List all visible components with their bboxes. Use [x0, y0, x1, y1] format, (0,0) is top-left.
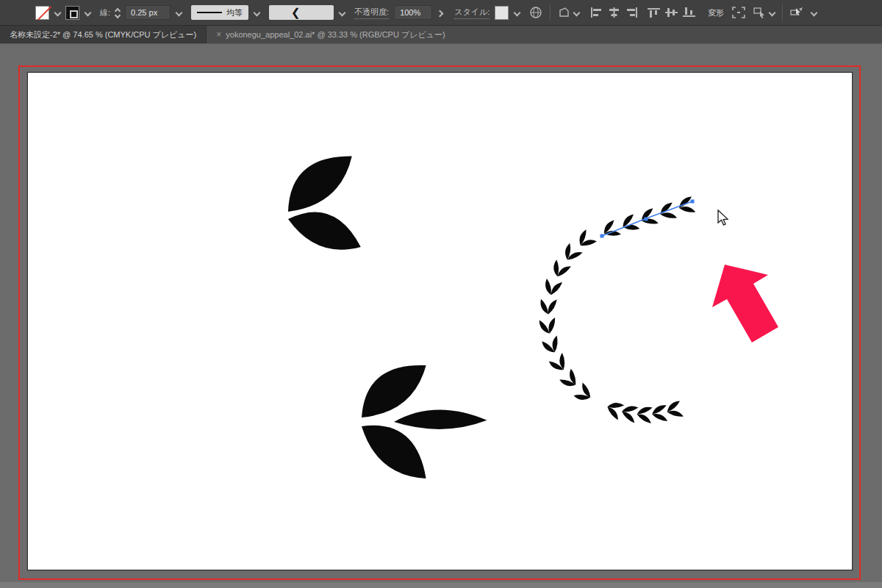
- color-wheel-icon[interactable]: [529, 6, 542, 19]
- chevron-down-icon[interactable]: [85, 10, 90, 15]
- selection-bounds-icon[interactable]: [732, 7, 745, 18]
- opacity-field[interactable]: 100%: [394, 5, 432, 20]
- brush-definition-select[interactable]: ❮: [269, 5, 334, 20]
- window-bottom-edge: [0, 582, 882, 588]
- stroke-label: 線:: [100, 7, 110, 18]
- chevron-down-icon[interactable]: [573, 10, 579, 15]
- canvas-workspace[interactable]: [0, 44, 882, 588]
- chevron-down-icon[interactable]: [769, 10, 775, 15]
- align-vertical-center-icon[interactable]: [665, 7, 678, 18]
- stroke-width-field[interactable]: 0.25 px: [125, 5, 171, 20]
- artwork-layer: [0, 44, 882, 588]
- chevron-down-icon[interactable]: [811, 10, 817, 15]
- stroke-color-swatch[interactable]: [65, 6, 79, 20]
- select-similar-icon[interactable]: [753, 7, 775, 18]
- tab-yokonegu-document[interactable]: × yokonegu_appeal_02.ai* @ 33.33 % (RGB/…: [207, 26, 454, 43]
- toolbar-separator: [782, 4, 783, 21]
- three-leaf-cluster[interactable]: [349, 350, 487, 490]
- chevron-down-icon[interactable]: [54, 10, 60, 15]
- edit-selected-paths-icon[interactable]: [790, 7, 817, 18]
- pink-arrow[interactable]: [712, 265, 778, 343]
- stroke-profile-label: 均等: [226, 7, 243, 18]
- tab-title: 名称未設定-2* @ 74.65 % (CMYK/CPU プレビュー): [10, 29, 196, 40]
- two-leaf-shape[interactable]: [275, 140, 368, 259]
- mouse-cursor: [718, 210, 728, 225]
- tab-title: yokonegu_appeal_02.ai* @ 33.33 % (RGB/CP…: [226, 29, 445, 40]
- shape-menu-icon[interactable]: [558, 7, 579, 18]
- laurel-arc[interactable]: [537, 226, 686, 425]
- toolbar-separator: [550, 4, 551, 21]
- fill-color-swatch[interactable]: [35, 6, 49, 20]
- illustrator-window: 線: 0.25 px 均等 ❮ 不透明度: 100% スタイル:: [0, 0, 882, 588]
- transform-button[interactable]: 変形: [705, 6, 727, 20]
- chevron-down-icon[interactable]: [176, 10, 182, 15]
- chevron-down-icon[interactable]: [514, 10, 520, 15]
- style-swatch[interactable]: [495, 6, 509, 20]
- stroke-width-stepper[interactable]: [115, 7, 120, 18]
- style-label[interactable]: スタイル:: [454, 7, 490, 19]
- align-bottom-icon[interactable]: [683, 7, 695, 18]
- chevron-right-icon[interactable]: [437, 10, 443, 15]
- align-horizontal-center-icon[interactable]: [608, 7, 620, 18]
- align-left-icon[interactable]: [590, 7, 603, 18]
- document-tabbar: 名称未設定-2* @ 74.65 % (CMYK/CPU プレビュー) × yo…: [0, 26, 882, 44]
- tab-untitled-document[interactable]: 名称未設定-2* @ 74.65 % (CMYK/CPU プレビュー): [0, 26, 207, 43]
- uniform-width-line-icon: [197, 12, 222, 13]
- chevron-down-icon[interactable]: [254, 10, 259, 15]
- chevron-down-icon[interactable]: [339, 10, 345, 15]
- align-right-icon[interactable]: [625, 7, 638, 18]
- leaf-brush-preview-icon: ❮: [291, 6, 301, 19]
- opacity-label[interactable]: 不透明度:: [354, 7, 389, 19]
- stroke-profile-select[interactable]: 均等: [191, 5, 248, 20]
- control-bar: 線: 0.25 px 均等 ❮ 不透明度: 100% スタイル:: [0, 0, 882, 26]
- close-icon[interactable]: ×: [216, 29, 221, 40]
- align-top-icon[interactable]: [648, 7, 660, 18]
